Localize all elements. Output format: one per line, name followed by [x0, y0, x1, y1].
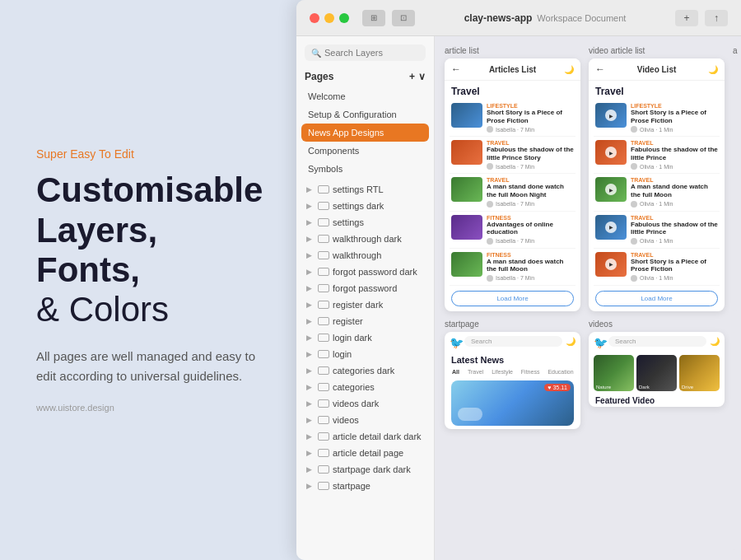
filter-education[interactable]: Education [545, 368, 576, 376]
footer-note: www.uistore.design [36, 403, 260, 413]
heart-icon: ♥ [548, 385, 551, 390]
maximize-button[interactable] [339, 13, 349, 23]
layer-login[interactable]: ▶ login [301, 346, 429, 362]
layer-walkthrough[interactable]: ▶ walkthrough [301, 247, 429, 264]
dark-mode-icon[interactable]: 🌙 [708, 65, 718, 74]
layer-videos-dark[interactable]: ▶ videos dark [301, 395, 429, 412]
layer-forgot-password-dark[interactable]: ▶ forgot password dark [301, 264, 429, 280]
play-icon: ▶ [605, 147, 617, 158]
layer-settings[interactable]: ▶ settings [301, 214, 429, 231]
layer-label: categories dark [333, 366, 424, 376]
like-badge: ♥ 35.11 [544, 384, 571, 391]
filter-travel[interactable]: Travel [465, 368, 486, 376]
layer-label: startpage [333, 481, 424, 491]
page-welcome[interactable]: Welcome [301, 87, 429, 105]
video-title-5: Short Story is a Piece of Prose Fiction [631, 258, 718, 273]
layer-login-dark[interactable]: ▶ login dark [301, 329, 429, 346]
layer-startpage[interactable]: ▶ startpage [301, 478, 429, 494]
back-icon[interactable]: ← [451, 63, 461, 75]
video-title-1: Short Story is a Piece of Prose Fiction [631, 109, 718, 124]
author-avatar-v5 [631, 275, 637, 282]
videos-search[interactable]: Search [608, 336, 706, 347]
news-thumb-1 [451, 103, 482, 128]
frame-icon [318, 366, 329, 375]
news-title-5: A man stand does watch the full Moon [487, 258, 574, 273]
third-placeholder-bottom [733, 332, 735, 550]
article-list-header: ← Articles List 🌙 [445, 58, 580, 81]
news-meta-3: TRAVEL A man stand done watch the full M… [487, 177, 574, 207]
filter-fitness[interactable]: Fitness [519, 368, 543, 376]
news-item-1: LIFESTYLE Short Story is a Piece of Pros… [450, 100, 576, 137]
back-icon[interactable]: ← [595, 63, 605, 75]
page-symbols[interactable]: Symbols [301, 160, 429, 178]
load-more-video-button[interactable]: Load More [595, 291, 718, 306]
close-button[interactable] [310, 13, 319, 23]
layer-label: startpage dark dark [333, 464, 424, 474]
startpage-container: startpage 🐦 Search 🌙 Latest News All Tra… [445, 320, 580, 550]
search-input[interactable] [324, 48, 419, 58]
video-thumb-dark[interactable]: Dark [636, 355, 677, 391]
page-components[interactable]: Components [301, 142, 429, 160]
author-avatar-v3 [631, 201, 637, 208]
video-list-header: ← Video List 🌙 [589, 58, 725, 81]
layer-forgot-password[interactable]: ▶ forgot password [301, 280, 429, 296]
layer-register[interactable]: ▶ register [301, 313, 429, 329]
nav-button[interactable]: ↑ [705, 10, 728, 26]
layer-settings-dark[interactable]: ▶ settings dark [301, 198, 429, 214]
layer-categories-dark[interactable]: ▶ categories dark [301, 362, 429, 379]
frame-icon [318, 399, 329, 408]
layer-startpage-dark[interactable]: ▶ startpage dark dark [301, 461, 429, 478]
filter-lifestyle[interactable]: Lifestyle [489, 368, 515, 376]
traffic-lights [310, 13, 349, 23]
video-thumb-2: ▶ [595, 140, 627, 165]
layer-videos[interactable]: ▶ videos [301, 412, 429, 428]
app-subtitle: Workspace Document [537, 13, 626, 23]
filter-tech[interactable]: Tech [580, 368, 580, 376]
expand-icon[interactable]: ∨ [418, 71, 426, 82]
layer-walkthrough-dark[interactable]: ▶ walkthrough dark [301, 231, 429, 247]
news-meta-4: FITNESS Advantages of online education I… [487, 215, 574, 245]
news-title-4: Advantages of online education [487, 221, 574, 236]
dark-mode-toggle[interactable]: 🌙 [566, 337, 576, 346]
expand-arrow: ▶ [306, 449, 315, 457]
layout-icon[interactable]: ⊞ [362, 10, 385, 26]
layer-article-detail-page[interactable]: ▶ article detail page [301, 445, 429, 461]
author-name-v5: Olivia · 1 Min [640, 275, 673, 281]
video-label-dark: Dark [639, 385, 650, 390]
grid-icon[interactable]: ⊡ [392, 10, 415, 26]
frame-icon [318, 202, 329, 210]
page-setup[interactable]: Setup & Configuration [301, 105, 429, 124]
add-button[interactable]: + [675, 10, 698, 26]
layer-settings-rtl[interactable]: ▶ settings RTL [301, 181, 429, 198]
frame-icon [318, 284, 329, 292]
layer-label: videos [333, 415, 424, 425]
layer-register-dark[interactable]: ▶ register dark [301, 296, 429, 313]
video-thumb-nature[interactable]: Nature [594, 355, 634, 391]
load-more-button[interactable]: Load More [451, 291, 574, 306]
news-meta-1: LIFESTYLE Short Story is a Piece of Pros… [487, 103, 574, 133]
video-author-5: Olivia · 1 Min [631, 275, 718, 282]
canvas-label-startpage: startpage [445, 320, 580, 329]
dark-mode-toggle-videos[interactable]: 🌙 [710, 337, 720, 346]
frame-icon [318, 334, 329, 342]
search-bar[interactable]: 🔍 [305, 44, 426, 61]
add-page-icon[interactable]: + [409, 71, 415, 82]
frame-icon [318, 235, 329, 243]
layer-article-detail-dark[interactable]: ▶ article detail dark dark [301, 428, 429, 445]
filter-all[interactable]: All [450, 368, 462, 376]
video-thumb-drive[interactable]: Drive [679, 355, 720, 391]
layer-label: article detail dark dark [333, 432, 424, 441]
dark-mode-icon[interactable]: 🌙 [564, 65, 574, 74]
startpage-search[interactable]: Search [464, 336, 562, 347]
video-meta-3: TRAVEL A man stand done watch the full M… [631, 177, 718, 207]
videos-container: videos 🐦 Search 🌙 Nature Dark [589, 320, 725, 550]
video-cat-4: TRAVEL [631, 215, 718, 221]
news-meta-5: FITNESS A man stand does watch the full … [487, 252, 574, 282]
page-news-designs[interactable]: News App Designs [301, 124, 429, 142]
layer-categories[interactable]: ▶ categories [301, 379, 429, 395]
travel-title: Travel [445, 81, 580, 100]
author-name-5: Isabella · 7 Min [496, 275, 534, 281]
minimize-button[interactable] [324, 13, 334, 23]
video-label-nature: Nature [596, 385, 611, 390]
frame-icon [318, 350, 329, 358]
